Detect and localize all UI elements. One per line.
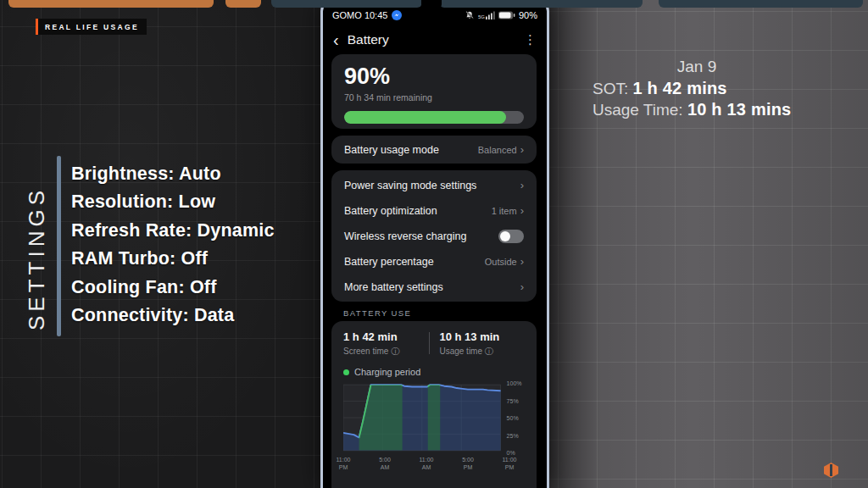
chevron-right-icon: › (520, 257, 524, 267)
info-icon[interactable]: ⓘ (485, 347, 493, 356)
messenger-notification-icon (392, 10, 402, 20)
row-label: Battery optimization (344, 205, 437, 217)
chevron-right-icon: › (520, 180, 524, 191)
chart-legend: Charging period (343, 367, 525, 377)
y-tick-label: 50% (507, 415, 519, 421)
real-life-usage-badge: REAL LIFE USAGE (36, 19, 147, 35)
timeline-segment-slate-3 (659, 0, 863, 8)
battery-status-icon (498, 11, 515, 19)
settings-line-cooling-fan: Cooling Fan: Off (71, 274, 275, 302)
bell-muted-icon (465, 10, 475, 20)
row-value-group: Balanced › (478, 145, 524, 155)
sot-line: SOT: 1 h 42 mins (593, 78, 801, 100)
row-battery-usage-mode[interactable]: Battery usage mode Balanced › (331, 136, 537, 164)
row-value: Balanced (478, 145, 517, 155)
settings-vertical-title: SETTINGS (22, 180, 51, 336)
row-value-group (498, 230, 524, 243)
settings-list: Brightness: Auto Resolution: Low Refresh… (71, 160, 275, 330)
timeline-segment-slate-2 (439, 0, 643, 8)
row-value-group: 1 item › (492, 206, 524, 216)
usage-time-line: Usage Time: 10 h 13 mins (593, 99, 801, 121)
y-tick-label: 75% (507, 397, 519, 403)
timeline-segment-slate-1 (271, 0, 422, 8)
phone-mockup: GOMO 10:45 5G 90% ‹ Battery ⋮ 90% (320, 0, 549, 488)
battery-usage-chart (343, 383, 501, 452)
x-tick-label: 11:00PM (503, 456, 517, 471)
y-tick-label: 100% (507, 380, 522, 386)
usage-stats-row: 1 h 42 min Screen time ⓘ 10 h 13 min Usa… (343, 330, 525, 358)
battery-usage-mode-card: Battery usage mode Balanced › (331, 136, 537, 164)
wireless-reverse-charging-toggle[interactable] (498, 230, 524, 243)
battery-summary-card: 90% 70 h 34 min remaining (331, 54, 537, 129)
row-label: More battery settings (344, 281, 443, 293)
label-text: Usage time (439, 347, 482, 356)
battery-use-section-label: BATTERY USE (343, 308, 411, 318)
date-label: Jan 9 (593, 57, 801, 78)
back-button[interactable]: ‹ (333, 31, 339, 48)
row-value-group: › (520, 282, 524, 292)
settings-line-brightness: Brightness: Auto (71, 160, 275, 188)
battery-progress-fill (344, 111, 506, 124)
row-battery-percentage[interactable]: Battery percentage Outside › (331, 249, 537, 274)
usage-time-label: Usage time ⓘ (439, 346, 525, 358)
battery-remaining-label: 70 h 34 min remaining (344, 92, 524, 103)
row-label: Power saving mode settings (344, 180, 476, 191)
chevron-right-icon: › (520, 145, 524, 155)
page-title: Battery (348, 32, 389, 47)
sot-value: 1 h 42 mins (633, 79, 727, 97)
settings-line-connectivity: Connectivity: Data (71, 302, 275, 330)
x-tick-label: 5:00PM (462, 456, 474, 471)
status-bar-right: 5G 90% (465, 10, 537, 20)
usage-time-stat: 10 h 13 min Usage time ⓘ (439, 330, 525, 358)
battery-settings-card: Power saving mode settings › Battery opt… (331, 170, 537, 302)
x-tick-label: 5:00AM (379, 456, 391, 471)
battery-percent-big: 90% (344, 64, 524, 90)
screen-time-value: 1 h 42 min (343, 330, 429, 343)
row-more-battery-settings[interactable]: More battery settings › (331, 274, 537, 299)
row-label: Battery usage mode (344, 144, 439, 156)
row-label: Battery percentage (344, 256, 434, 268)
settings-line-resolution: Resolution: Low (71, 188, 275, 216)
row-wireless-reverse-charging[interactable]: Wireless reverse charging (331, 224, 537, 248)
usage-time-value: 10 h 13 mins (687, 100, 791, 119)
chevron-right-icon: › (520, 282, 524, 292)
y-tick-label: 25% (507, 432, 519, 438)
usage-time-value: 10 h 13 min (439, 330, 525, 343)
label-text: Screen time (343, 347, 388, 356)
timeline-segment-orange-2 (225, 0, 261, 8)
battery-percent-label: 90% (519, 10, 537, 20)
charging-period-label: Charging period (354, 367, 420, 377)
row-battery-optimization[interactable]: Battery optimization 1 item › (331, 198, 537, 223)
row-value: Outside (485, 257, 517, 267)
battery-level-chart: 100%75%50%25%0% (343, 383, 525, 452)
carrier-time-label: GOMO 10:45 (332, 10, 387, 20)
camera-notch (421, 0, 442, 10)
y-tick-label: 0% (507, 450, 515, 456)
more-options-button[interactable]: ⋮ (524, 32, 537, 47)
sot-label: SOT: (593, 80, 628, 97)
usage-time-label: Usage Time: (593, 101, 683, 119)
screen-time-label: Screen time ⓘ (343, 346, 429, 358)
screen-time-stat: 1 h 42 min Screen time ⓘ (343, 330, 429, 358)
stats-divider (429, 332, 430, 354)
chart-x-axis: 11:00PM5:00AM11:00AM5:00PM11:00PM (343, 456, 509, 474)
charging-period-dot (343, 369, 349, 375)
x-tick-label: 11:00AM (420, 456, 434, 471)
row-label: Wireless reverse charging (344, 230, 467, 242)
row-power-saving[interactable]: Power saving mode settings › (331, 173, 537, 197)
chevron-right-icon: › (520, 206, 524, 216)
daily-usage-summary: Jan 9 SOT: 1 h 42 mins Usage Time: 10 h … (593, 57, 801, 121)
settings-line-ram-turbo: RAM Turbo: Off (71, 245, 275, 273)
x-tick-label: 11:00PM (337, 456, 351, 471)
row-value-group: › (520, 180, 524, 191)
settings-accent-line (57, 156, 61, 336)
row-value: 1 item (492, 206, 517, 216)
app-header: ‹ Battery ⋮ (333, 28, 537, 52)
timeline-segment-orange-1 (8, 0, 214, 8)
row-value-group: Outside › (485, 257, 524, 267)
info-icon[interactable]: ⓘ (391, 347, 399, 356)
chart-y-axis: 100%75%50%25%0% (501, 383, 525, 452)
battery-progress-track (344, 111, 524, 124)
phone-screen: GOMO 10:45 5G 90% ‹ Battery ⋮ 90% (323, 3, 547, 488)
status-bar: GOMO 10:45 5G 90% (332, 8, 537, 22)
